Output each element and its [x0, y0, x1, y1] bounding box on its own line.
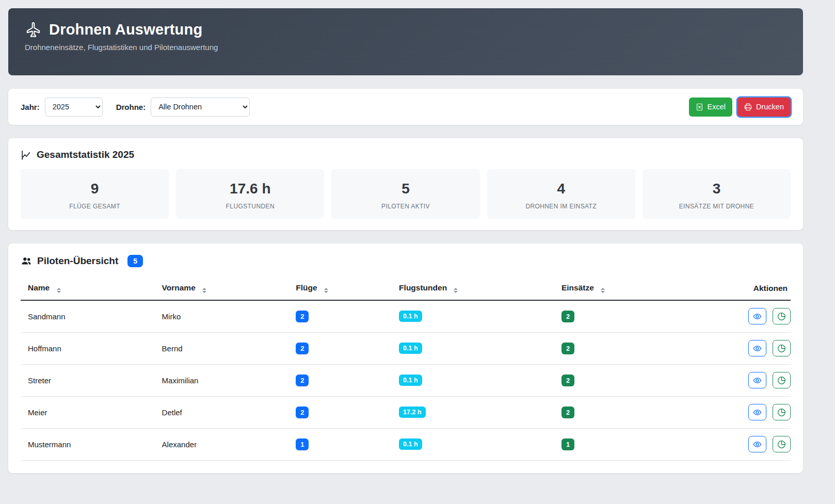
pilot-vorname: Detlef	[155, 396, 289, 428]
pilots-table: Name Vorname Flüge Flugstunden	[21, 275, 791, 461]
fluege-badge: 2	[296, 375, 309, 386]
pilot-stats-button[interactable]	[773, 436, 791, 452]
fluege-badge: 2	[296, 311, 309, 322]
pilots-count-badge: 5	[127, 255, 143, 267]
pilot-stats-button[interactable]	[773, 404, 791, 420]
column-header-aktionen: Aktionen	[710, 275, 791, 300]
column-header-name[interactable]: Name	[21, 275, 155, 300]
view-pilot-button[interactable]	[748, 340, 766, 356]
sort-icon	[601, 288, 605, 293]
pie-chart-icon	[777, 344, 786, 353]
pilots-section: Piloten-Übersicht 5 Name Vorname Flüge	[8, 243, 803, 473]
excel-button-label: Excel	[708, 103, 726, 111]
flugstunden-badge: 0.1 h	[399, 343, 422, 354]
excel-file-icon	[696, 103, 703, 111]
filter-bar: Jahr: 2025 Drohne: Alle Drohnen Excel	[8, 89, 803, 125]
eye-icon	[753, 408, 762, 417]
sort-icon	[324, 288, 328, 293]
pilot-vorname: Alexander	[155, 428, 289, 460]
stat-label: FLUGSTUNDEN	[180, 203, 320, 210]
column-header-fluege[interactable]: Flüge	[288, 275, 392, 300]
pilot-stats-button[interactable]	[773, 308, 791, 324]
printer-icon	[744, 103, 752, 111]
table-row: Streter Maximilian 2 0.1 h 2	[21, 364, 791, 396]
table-row: Hoffmann Bernd 2 0.1 h 2	[21, 332, 791, 364]
stat-label: EINSÄTZE MIT DROHNE	[647, 203, 786, 210]
pilots-title: Piloten-Übersicht	[37, 255, 118, 267]
drone-filter-group: Drohne: Alle Drohnen	[116, 97, 250, 117]
stat-value: 3	[647, 181, 786, 197]
stat-card-einsaetze-mit-drohne: 3 EINSÄTZE MIT DROHNE	[643, 169, 791, 219]
table-row: Mustermann Alexander 1 0.1 h 1	[21, 428, 791, 460]
table-header-row: Name Vorname Flüge Flugstunden	[21, 275, 791, 300]
sort-icon	[454, 288, 458, 293]
airplane-icon	[25, 21, 42, 38]
stat-label: PILOTEN AKTIV	[335, 203, 475, 210]
pilot-stats-button[interactable]	[773, 372, 791, 388]
year-label: Jahr:	[21, 103, 40, 111]
sort-icon	[57, 288, 61, 293]
stat-value: 4	[491, 181, 631, 197]
pilot-vorname: Bernd	[155, 332, 289, 364]
stat-value: 5	[335, 181, 475, 197]
page: Drohnen Auswertung Drohneneinsätze, Flug…	[0, 0, 835, 495]
excel-export-button[interactable]: Excel	[689, 97, 732, 117]
einsaetze-badge: 2	[561, 311, 574, 322]
people-icon	[21, 255, 32, 267]
pilot-vorname: Mirko	[155, 300, 289, 332]
fluege-badge: 1	[296, 438, 309, 450]
column-header-einsaetze[interactable]: Einsätze	[554, 275, 710, 300]
pilot-name: Mustermann	[21, 428, 155, 460]
einsaetze-badge: 2	[561, 375, 574, 386]
table-row: Sandmann Mirko 2 0.1 h 2	[21, 300, 791, 332]
page-header: Drohnen Auswertung Drohneneinsätze, Flug…	[8, 8, 803, 75]
stat-label: DROHNEN IM EINSATZ	[491, 203, 631, 210]
view-pilot-button[interactable]	[748, 436, 766, 452]
stat-card-piloten-aktiv: 5 PILOTEN AKTIV	[331, 169, 479, 219]
table-row: Meier Detlef 2 17.2 h 2	[21, 396, 791, 428]
stat-card-fluege-gesamt: 9 FLÜGE GESAMT	[21, 169, 169, 219]
column-header-flugstunden[interactable]: Flugstunden	[392, 275, 554, 300]
print-button-label: Drucken	[756, 103, 784, 111]
stat-card-flugstunden: 17.6 h FLUGSTUNDEN	[176, 169, 324, 219]
view-pilot-button[interactable]	[748, 404, 766, 420]
pie-chart-icon	[777, 440, 786, 449]
year-filter-group: Jahr: 2025	[21, 97, 103, 117]
column-header-vorname[interactable]: Vorname	[155, 275, 289, 300]
drone-select[interactable]: Alle Drohnen	[151, 97, 250, 117]
view-pilot-button[interactable]	[748, 372, 766, 388]
stat-card-drohnen-im-einsatz: 4 DROHNEN IM EINSATZ	[487, 169, 635, 219]
einsaetze-badge: 2	[561, 407, 574, 418]
pilot-name: Streter	[21, 364, 155, 396]
stat-label: FLÜGE GESAMT	[25, 203, 165, 210]
fluege-badge: 2	[296, 407, 309, 418]
pie-chart-icon	[777, 312, 786, 321]
page-title: Drohnen Auswertung	[49, 21, 202, 38]
print-button[interactable]: Drucken	[737, 97, 791, 117]
eye-icon	[753, 344, 762, 353]
sort-icon	[202, 288, 206, 293]
pilot-vorname: Maximilian	[155, 364, 289, 396]
pilot-name: Hoffmann	[21, 332, 155, 364]
statistics-title: Gesamtstatistik 2025	[37, 149, 134, 160]
flugstunden-badge: 0.1 h	[399, 438, 422, 450]
year-select[interactable]: 2025	[45, 97, 103, 117]
view-pilot-button[interactable]	[748, 308, 766, 324]
pie-chart-icon	[777, 408, 786, 417]
drone-label: Drohne:	[116, 103, 146, 111]
pilot-name: Meier	[21, 396, 155, 428]
eye-icon	[753, 376, 762, 385]
flugstunden-badge: 0.1 h	[399, 375, 422, 386]
eye-icon	[753, 440, 762, 449]
pie-chart-icon	[777, 376, 786, 385]
pilot-stats-button[interactable]	[773, 340, 791, 356]
statistics-section: Gesamtstatistik 2025 9 FLÜGE GESAMT 17.6…	[8, 138, 803, 230]
stat-value: 17.6 h	[180, 181, 320, 197]
eye-icon	[753, 312, 762, 321]
line-chart-icon	[21, 150, 31, 160]
fluege-badge: 2	[296, 343, 309, 354]
page-subtitle: Drohneneinsätze, Flugstatistiken und Pil…	[25, 43, 786, 52]
flugstunden-badge: 17.2 h	[399, 407, 425, 418]
flugstunden-badge: 0.1 h	[399, 311, 422, 322]
pilot-name: Sandmann	[21, 300, 155, 332]
